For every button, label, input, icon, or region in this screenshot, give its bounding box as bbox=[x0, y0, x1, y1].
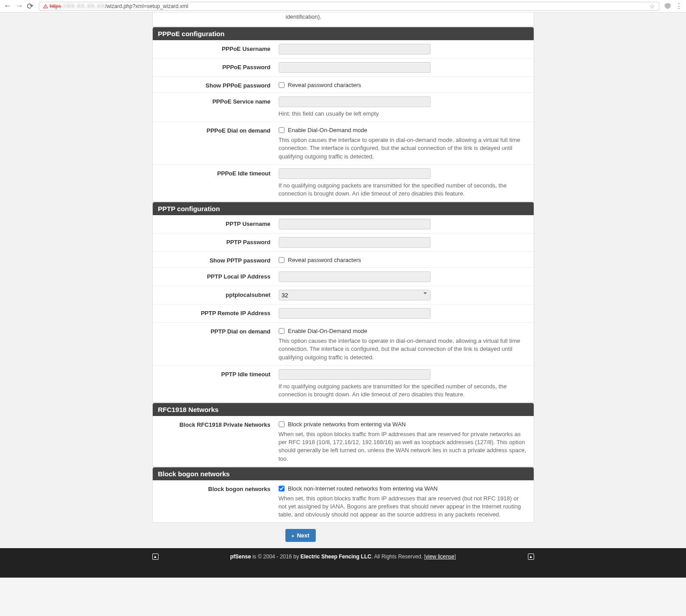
row-pppoe-password: PPPoE Password bbox=[153, 58, 534, 77]
help-pppoe-dial: This option causes the interface to oper… bbox=[279, 136, 527, 161]
row-pppoe-service: PPPoE Service name Hint: this field can … bbox=[153, 93, 534, 122]
input-pptp-idle[interactable] bbox=[279, 369, 431, 380]
next-button-label: Next bbox=[297, 532, 310, 539]
checkbox-label-rfc1918: Block private networks from entering via… bbox=[288, 421, 406, 428]
row-pptp-idle: PPTP Idle timeout If no qualifying outgo… bbox=[153, 366, 534, 402]
help-pppoe-idle: If no qualifying outgoing packets are tr… bbox=[279, 182, 527, 198]
checkbox-label-bogon: Block non-Internet routed networks from … bbox=[288, 485, 438, 492]
checkbox-label-pptp-show-password: Reveal password characters bbox=[288, 257, 361, 263]
label-pppoe-password: PPPoE Password bbox=[153, 62, 279, 71]
panel-title-rfc1918: RFC1918 Networks bbox=[153, 403, 534, 416]
row-pptp-dial: PPTP Dial on demand Enable Dial-On-Deman… bbox=[153, 323, 534, 366]
row-pppoe-username: PPPoE Username bbox=[153, 40, 534, 58]
input-pppoe-service[interactable] bbox=[279, 96, 431, 107]
row-pppoe-show-password: Show PPPoE password Reveal password char… bbox=[153, 77, 534, 93]
row-pptp-localip: PPTP Local IP Address bbox=[153, 268, 534, 286]
menu-icon[interactable]: ⋮ bbox=[675, 2, 682, 10]
address-bar[interactable]: https ://XX.XX.XX.XX /wizard.php?xml=set… bbox=[39, 2, 659, 11]
checkbox-pptp-dial[interactable] bbox=[279, 328, 284, 334]
browser-chrome: ← → ⟳ https ://XX.XX.XX.XX /wizard.php?x… bbox=[0, 0, 686, 12]
panel-title-pppoe: PPPoE configuration bbox=[153, 27, 534, 40]
input-pppoe-username[interactable] bbox=[279, 44, 431, 54]
row-pppoe-idle: PPPoE Idle timeout If no qualifying outg… bbox=[153, 165, 534, 201]
checkbox-pptp-show-password[interactable] bbox=[279, 257, 284, 263]
checkbox-pppoe-dial[interactable] bbox=[279, 127, 284, 133]
label-pptp-dial: PPTP Dial on demand bbox=[153, 326, 279, 335]
help-bogon: When set, this option blocks traffic fro… bbox=[279, 495, 527, 519]
input-pptp-remoteip[interactable] bbox=[279, 308, 431, 319]
row-pptp-show-password: Show PPTP password Reveal password chara… bbox=[153, 252, 534, 268]
label-pppoe-show-password: Show PPPoE password bbox=[153, 80, 279, 89]
action-row: » Next bbox=[152, 523, 534, 548]
url-path: /wizard.php?xml=setup_wizard.xml bbox=[105, 3, 188, 9]
label-pppoe-dial: PPPoE Dial on demand bbox=[153, 125, 279, 134]
shield-icon[interactable] bbox=[665, 3, 671, 9]
help-pppoe-service: Hint: this field can usually be left emp… bbox=[279, 110, 527, 118]
panel-title-bogon: Block bogon networks bbox=[153, 467, 534, 480]
help-pptp-idle: If no qualifying outgoing packets are tr… bbox=[279, 383, 527, 399]
label-pppoe-username: PPPoE Username bbox=[153, 44, 279, 52]
row-rfc1918: Block RFC1918 Private Networks Block pri… bbox=[153, 416, 534, 466]
footer-brand: pfSense bbox=[230, 554, 251, 560]
help-rfc1918: When set, this option blocks traffic fro… bbox=[279, 430, 527, 463]
checkbox-label-pptp-dial: Enable Dial-On-Demand mode bbox=[288, 328, 368, 334]
back-button[interactable]: ← bbox=[4, 1, 12, 11]
checkbox-rfc1918[interactable] bbox=[279, 421, 284, 427]
label-pptp-remoteip: PPTP Remote IP Address bbox=[153, 308, 279, 316]
footer-company: Electric Sheep Fencing LLC bbox=[301, 554, 372, 560]
label-rfc1918: Block RFC1918 Private Networks bbox=[153, 420, 279, 428]
row-pptp-subnet: pptplocalsubnet 32 bbox=[153, 286, 534, 304]
label-bogon: Block bogon networks bbox=[153, 484, 279, 492]
help-pptp-dial: This option causes the interface to oper… bbox=[279, 337, 527, 362]
panel-bogon: Block bogon networks Block bogon network… bbox=[152, 467, 534, 523]
next-button[interactable]: » Next bbox=[285, 529, 316, 542]
panel-truncated-top: identification). bbox=[152, 12, 534, 27]
input-pptp-localip[interactable] bbox=[279, 271, 431, 282]
label-pptp-username: PPTP Username bbox=[153, 219, 279, 227]
label-pptp-localip: PPTP Local IP Address bbox=[153, 271, 279, 280]
chrome-right-controls: ⋮ bbox=[665, 2, 682, 10]
next-icon: » bbox=[292, 533, 294, 538]
panel-rfc1918: RFC1918 Networks Block RFC1918 Private N… bbox=[152, 403, 534, 467]
checkbox-label-pppoe-dial: Enable Dial-On-Demand mode bbox=[288, 127, 368, 133]
input-pppoe-idle[interactable] bbox=[279, 168, 431, 179]
footer-collapse-left-icon[interactable]: ▲ bbox=[152, 554, 159, 560]
checkbox-pppoe-show-password[interactable] bbox=[279, 82, 284, 88]
row-bogon: Block bogon networks Block non-Internet … bbox=[153, 480, 534, 523]
footer-collapse-right-icon[interactable]: ▲ bbox=[528, 554, 534, 560]
nav-controls: ← → ⟳ bbox=[4, 1, 33, 11]
footer-license-link[interactable]: view license bbox=[426, 554, 455, 560]
row-pptp-remoteip: PPTP Remote IP Address bbox=[153, 304, 534, 323]
url-host: ://XX.XX.XX.XX bbox=[61, 3, 105, 9]
input-pppoe-password[interactable] bbox=[279, 62, 431, 73]
panel-pptp: PPTP configuration PPTP Username PPTP Pa… bbox=[152, 202, 534, 403]
label-pppoe-service: PPPoE Service name bbox=[153, 96, 279, 105]
select-pptp-subnet[interactable]: 32 bbox=[279, 290, 431, 300]
label-pptp-show-password: Show PPTP password bbox=[153, 255, 279, 264]
label-pptp-idle: PPTP Idle timeout bbox=[153, 369, 279, 378]
bookmark-icon[interactable]: ☆ bbox=[649, 3, 655, 10]
truncated-help-text: identification). bbox=[153, 13, 534, 22]
panel-title-pptp: PPTP configuration bbox=[153, 202, 534, 215]
reload-button[interactable]: ⟳ bbox=[27, 1, 33, 11]
label-pptp-subnet: pptplocalsubnet bbox=[153, 290, 279, 298]
label-pptp-password: PPTP Password bbox=[153, 237, 279, 246]
url-scheme: https bbox=[50, 3, 61, 9]
input-pptp-password[interactable] bbox=[279, 237, 431, 248]
footer-text: pfSense is © 2004 - 2016 by Electric She… bbox=[159, 554, 528, 560]
insecure-warning-icon bbox=[43, 4, 48, 9]
label-pppoe-idle: PPPoE Idle timeout bbox=[153, 168, 279, 177]
checkbox-label-pppoe-show-password: Reveal password characters bbox=[288, 82, 361, 88]
checkbox-bogon[interactable] bbox=[279, 486, 284, 491]
row-pppoe-dial: PPPoE Dial on demand Enable Dial-On-Dema… bbox=[153, 122, 534, 165]
panel-pppoe: PPPoE configuration PPPoE Username PPPoE… bbox=[152, 27, 534, 202]
input-pptp-username[interactable] bbox=[279, 219, 431, 229]
forward-button: → bbox=[15, 1, 23, 11]
row-pptp-password: PPTP Password bbox=[153, 233, 534, 252]
row-pptp-username: PPTP Username bbox=[153, 215, 534, 233]
footer: ▲ pfSense is © 2004 - 2016 by Electric S… bbox=[0, 548, 686, 578]
